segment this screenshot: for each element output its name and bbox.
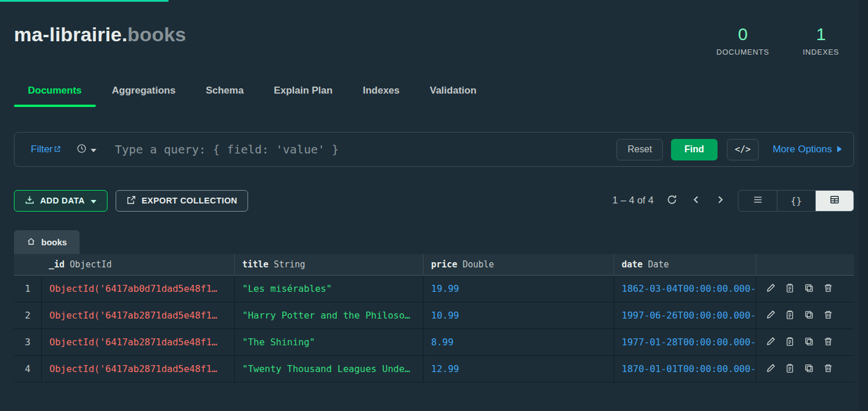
next-page-button[interactable] bbox=[713, 192, 727, 209]
find-button[interactable]: Find bbox=[671, 139, 718, 160]
json-braces-icon: {} bbox=[791, 195, 802, 206]
clipboard-icon bbox=[785, 363, 795, 375]
query-input[interactable] bbox=[114, 142, 617, 157]
clone-icon bbox=[804, 310, 814, 321]
clone-document-button[interactable] bbox=[802, 362, 816, 377]
breadcrumb-collection: books bbox=[41, 237, 67, 247]
cell-title[interactable]: "Les misérables" bbox=[234, 276, 423, 302]
documents-table: _idObjectId titleString priceDouble date… bbox=[14, 254, 854, 383]
trash-icon bbox=[823, 337, 833, 348]
indexes-stat: 1 INDEXES bbox=[801, 24, 841, 56]
filter-label: Filter bbox=[31, 144, 53, 155]
clipboard-icon bbox=[785, 310, 795, 321]
tab-schema[interactable]: Schema bbox=[192, 78, 257, 107]
delete-document-button[interactable] bbox=[822, 308, 835, 323]
clone-document-button[interactable] bbox=[802, 281, 816, 296]
copy-document-button[interactable] bbox=[783, 308, 797, 323]
cell-id[interactable]: ObjectId('6417ab2871dad5e48f1… bbox=[41, 329, 234, 355]
more-options-link[interactable]: More Options bbox=[773, 144, 842, 155]
tab-explain-plan[interactable]: Explain Plan bbox=[260, 78, 346, 107]
cell-id[interactable]: ObjectId('6417ab2871dad5e48f1… bbox=[41, 356, 234, 382]
documents-stat: 0 DOCUMENTS bbox=[716, 24, 769, 56]
query-history-button[interactable] bbox=[77, 144, 96, 156]
json-view-button[interactable]: {} bbox=[777, 191, 815, 211]
table-view-button[interactable] bbox=[815, 191, 853, 211]
clock-icon bbox=[77, 144, 87, 156]
refresh-icon bbox=[666, 194, 677, 207]
breadcrumb[interactable]: books bbox=[14, 230, 80, 254]
pencil-icon bbox=[766, 337, 776, 348]
cell-title[interactable]: "Harry Potter and the Philoso… bbox=[234, 302, 423, 328]
documents-count: 0 bbox=[738, 24, 748, 44]
copy-document-button[interactable] bbox=[783, 281, 797, 296]
collection-stats: 0 DOCUMENTS 1 INDEXES bbox=[716, 22, 845, 56]
more-options-label: More Options bbox=[773, 144, 832, 155]
edit-document-button[interactable] bbox=[764, 308, 777, 323]
copy-document-button[interactable] bbox=[783, 362, 797, 377]
clone-icon bbox=[804, 363, 814, 375]
query-code-toggle-button[interactable]: </> bbox=[727, 139, 759, 160]
export-icon bbox=[127, 195, 136, 206]
export-collection-button[interactable]: EXPORT COLLECTION bbox=[116, 190, 249, 212]
tab-aggregations[interactable]: Aggregations bbox=[98, 78, 190, 107]
cell-title[interactable]: "Twenty Thousand Leagues Unde… bbox=[234, 356, 423, 382]
column-header-date: dateDate bbox=[614, 254, 756, 275]
tab-validation[interactable]: Validation bbox=[416, 78, 490, 107]
edit-document-button[interactable] bbox=[764, 362, 777, 377]
column-header-actions bbox=[756, 254, 854, 275]
reset-button[interactable]: Reset bbox=[616, 139, 663, 160]
delete-document-button[interactable] bbox=[822, 362, 835, 377]
clone-document-button[interactable] bbox=[802, 335, 816, 350]
clone-icon bbox=[804, 283, 814, 295]
namespace-collection: books bbox=[127, 23, 186, 45]
pencil-icon bbox=[766, 363, 776, 375]
edit-document-button[interactable] bbox=[764, 335, 777, 350]
add-data-button[interactable]: ADD DATA bbox=[14, 190, 107, 212]
list-view-button[interactable] bbox=[738, 191, 777, 211]
download-tray-icon bbox=[25, 195, 34, 206]
edit-document-button[interactable] bbox=[764, 281, 777, 296]
table-row: 1 ObjectId('6417ab0d71dad5e48f1… "Les mi… bbox=[14, 276, 854, 302]
table-header-row: _idObjectId titleString priceDouble date… bbox=[14, 254, 854, 276]
cell-price[interactable]: 12.99 bbox=[423, 356, 614, 382]
row-actions bbox=[756, 329, 854, 355]
clone-document-button[interactable] bbox=[802, 308, 816, 323]
cell-id[interactable]: ObjectId('6417ab2871dad5e48f1… bbox=[41, 302, 234, 328]
pencil-icon bbox=[766, 283, 776, 295]
page-title: ma-librairie.books bbox=[14, 22, 186, 47]
trash-icon bbox=[823, 310, 833, 321]
cell-id[interactable]: ObjectId('6417ab0d71dad5e48f1… bbox=[41, 276, 234, 302]
copy-document-button[interactable] bbox=[783, 335, 797, 350]
clone-icon bbox=[804, 337, 814, 348]
cell-date[interactable]: 1870-01-01T00:00:00.000- bbox=[614, 356, 756, 382]
chevron-left-icon bbox=[691, 195, 701, 206]
cell-price[interactable]: 8.99 bbox=[423, 329, 614, 355]
pagination-text: 1 – 4 of 4 bbox=[612, 195, 654, 206]
table-row: 3 ObjectId('6417ab2871dad5e48f1… "The Sh… bbox=[14, 329, 854, 356]
delete-document-button[interactable] bbox=[822, 335, 835, 350]
cell-price[interactable]: 10.99 bbox=[423, 302, 614, 328]
cell-date[interactable]: 1862-03-04T00:00:00.000- bbox=[614, 276, 756, 302]
triangle-right-icon bbox=[837, 144, 842, 155]
row-number: 3 bbox=[14, 329, 41, 355]
trash-icon bbox=[823, 363, 833, 375]
chevron-right-icon bbox=[715, 195, 725, 206]
row-number: 1 bbox=[14, 276, 41, 302]
collection-tabs: Documents Aggregations Schema Explain Pl… bbox=[14, 78, 493, 107]
view-switcher: {} bbox=[738, 190, 854, 212]
refresh-button[interactable] bbox=[664, 192, 680, 209]
tab-documents[interactable]: Documents bbox=[14, 78, 96, 107]
cell-date[interactable]: 1977-01-28T00:00:00.000- bbox=[614, 329, 756, 355]
prev-page-button[interactable] bbox=[689, 192, 704, 209]
cell-title[interactable]: "The Shining" bbox=[234, 329, 423, 355]
row-actions bbox=[756, 276, 854, 302]
collection-header: ma-librairie.books 0 DOCUMENTS 1 INDEXES bbox=[14, 22, 845, 56]
documents-toolbar: ADD DATA EXPORT COLLECTION 1 – 4 of 4 {} bbox=[14, 189, 854, 212]
clipboard-icon bbox=[785, 283, 795, 295]
delete-document-button[interactable] bbox=[822, 281, 835, 296]
documents-label: DOCUMENTS bbox=[716, 48, 769, 56]
cell-date[interactable]: 1997-06-26T00:00:00.000- bbox=[614, 302, 756, 328]
filter-link[interactable]: Filter bbox=[31, 144, 60, 155]
cell-price[interactable]: 19.99 bbox=[423, 276, 614, 302]
tab-indexes[interactable]: Indexes bbox=[349, 78, 413, 107]
